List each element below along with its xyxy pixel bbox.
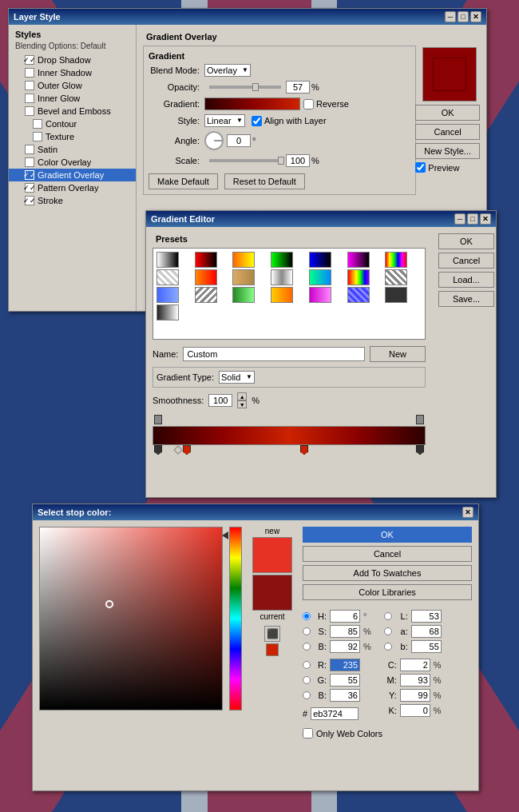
align-checkbox[interactable] [252,116,262,126]
blending-options-label[interactable]: Blending Options: Default [9,41,136,54]
k-input[interactable] [400,704,430,717]
gradient-preview-bar[interactable] [204,98,300,110]
cp-close-button[interactable]: ✕ [462,507,473,518]
preset-swatch[interactable] [347,287,370,303]
outer-glow-checkbox[interactable] [25,81,34,90]
g-radio[interactable] [303,676,311,684]
style-select[interactable]: Linear [204,114,245,127]
reverse-checkbox[interactable] [303,99,314,109]
preset-swatch[interactable] [309,287,331,303]
h-input[interactable] [330,610,360,623]
ge-save-button[interactable]: Save... [438,291,494,307]
preset-swatch[interactable] [232,252,255,268]
smoothness-down[interactable]: ▼ [237,400,247,408]
inner-glow-checkbox[interactable] [25,94,34,103]
preset-swatch[interactable] [385,287,407,303]
type-select[interactable]: Solid [219,371,255,384]
color-saturation-field[interactable] [39,527,223,710]
a-input[interactable] [411,625,442,638]
name-input[interactable]: Custom [183,347,365,361]
ge-close-button[interactable]: ✕ [480,213,491,225]
color-stop-active[interactable] [183,445,191,455]
b2-input[interactable] [330,689,360,702]
sidebar-item-inner-shadow[interactable]: Inner Shadow [9,66,136,79]
preset-swatch[interactable] [271,252,293,268]
bstar-input[interactable] [411,640,442,653]
sidebar-item-texture[interactable]: Texture [9,130,136,143]
texture-checkbox[interactable] [33,132,42,141]
color-stop-mid[interactable] [300,445,308,455]
preset-swatch[interactable] [195,269,217,285]
only-web-checkbox[interactable] [303,728,313,738]
ge-cancel-button[interactable]: Cancel [438,253,494,269]
preset-swatch[interactable] [347,252,370,268]
preset-swatch[interactable] [195,252,217,268]
satin-checkbox[interactable] [25,145,34,154]
h-radio[interactable] [303,612,311,620]
sidebar-item-color-overlay[interactable]: Color Overlay [9,156,136,169]
cp-ok-button[interactable]: OK [303,527,472,543]
opacity-input[interactable]: 57 [286,81,310,94]
sidebar-item-outer-glow[interactable]: Outer Glow [9,79,136,92]
blend-mode-select[interactable]: Overlay [204,64,251,77]
preset-swatch[interactable] [271,269,293,285]
sidebar-item-satin[interactable]: Satin [9,143,136,156]
m-input[interactable] [400,674,430,687]
sidebar-item-stroke[interactable]: ✓ Stroke [9,194,136,207]
add-to-swatches-button[interactable]: Add To Swatches [303,565,472,581]
preset-swatch[interactable] [309,269,331,285]
preset-swatch[interactable] [309,252,331,268]
scale-thumb[interactable] [278,157,284,165]
sidebar-item-gradient-overlay[interactable]: ✓ Gradient Overlay [9,169,136,181]
preset-swatch[interactable] [232,287,255,303]
new-gradient-button[interactable]: New [370,346,426,362]
scale-slider[interactable] [209,159,281,162]
close-button[interactable]: ✕ [470,11,481,22]
color-overlay-checkbox[interactable] [25,157,34,167]
angle-input[interactable] [227,134,251,147]
inner-shadow-checkbox[interactable] [25,68,34,78]
r-radio[interactable] [303,661,311,669]
b-input[interactable] [330,640,360,653]
minimize-button[interactable]: ─ [445,11,456,22]
preset-swatch[interactable] [156,269,179,285]
angle-dial[interactable] [204,131,224,150]
opacity-stop-right[interactable] [416,415,424,424]
c-input[interactable] [400,659,430,671]
new-style-button[interactable]: New Style... [415,143,480,159]
b2-radio[interactable] [303,691,311,699]
r-input[interactable] [330,659,360,671]
l-radio[interactable] [384,612,392,620]
contour-checkbox[interactable] [33,119,42,129]
hex-input[interactable] [311,707,359,720]
drop-shadow-checkbox[interactable]: ✓ [25,55,34,65]
ge-maximize-button[interactable]: □ [467,213,478,225]
preset-swatch[interactable] [385,252,407,268]
smoothness-up[interactable]: ▲ [237,392,247,400]
b-radio[interactable] [303,643,311,651]
ge-load-button[interactable]: Load... [438,272,494,288]
color-libraries-button[interactable]: Color Libraries [303,584,472,600]
l-input[interactable] [411,610,442,623]
gradient-overlay-checkbox[interactable]: ✓ [25,170,34,180]
scale-input[interactable] [286,154,310,167]
presets-grid[interactable] [153,248,426,340]
eyedropper-button[interactable]: ⬛ [264,626,280,642]
smoothness-input[interactable] [208,394,232,407]
sidebar-item-bevel-emboss[interactable]: Bevel and Emboss [9,105,136,117]
gradient-display-bar[interactable] [153,426,426,445]
sidebar-item-contour[interactable]: Contour [9,117,136,130]
preset-swatch[interactable] [232,269,255,285]
sidebar-item-inner-glow[interactable]: Inner Glow [9,92,136,105]
bstar-radio[interactable] [384,643,392,651]
s-radio[interactable] [303,627,311,635]
opacity-slider[interactable] [209,86,281,89]
maximize-button[interactable]: □ [458,11,469,22]
bevel-emboss-checkbox[interactable] [25,106,34,116]
g-input[interactable] [330,674,360,687]
make-default-button[interactable]: Make Default [149,173,218,189]
preset-swatch[interactable] [385,269,407,285]
preset-swatch[interactable] [271,287,293,303]
pattern-overlay-checkbox[interactable]: ✓ [25,183,34,193]
preset-swatch[interactable] [156,304,179,320]
